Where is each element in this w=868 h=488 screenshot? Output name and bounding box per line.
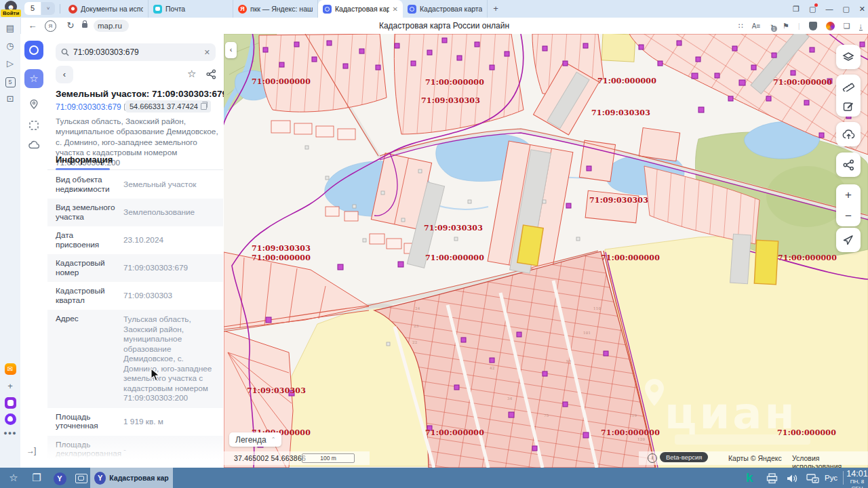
screenshot-icon[interactable]: ⊡ bbox=[0, 94, 20, 104]
coordinates-chip[interactable]: 54.666331 37.47424 bbox=[125, 100, 211, 113]
start-star-icon[interactable]: ☆ bbox=[5, 468, 22, 488]
collapse-panel-icon[interactable]: →] bbox=[26, 446, 35, 455]
yandex-browser-taskbar-icon[interactable]: Y bbox=[52, 468, 68, 488]
app-logo[interactable] bbox=[24, 41, 43, 60]
tab-yandex-search[interactable]: Я пкк — Яндекс: нашлось bbox=[233, 0, 318, 18]
task-favicon: Y bbox=[94, 472, 106, 485]
info-row-value: 1 919 кв. м bbox=[118, 417, 218, 427]
history-icon[interactable]: ◷ bbox=[0, 41, 20, 51]
favorite-star-icon[interactable]: ☆ bbox=[187, 68, 196, 80]
area-select-icon[interactable] bbox=[28, 120, 39, 131]
windows-icon[interactable]: ❐ bbox=[28, 468, 45, 488]
collapse-sidebar-icon[interactable]: ‹ bbox=[225, 42, 237, 58]
zoom-in-button[interactable]: + bbox=[845, 186, 852, 204]
extensions-icon[interactable]: ∷ bbox=[738, 22, 743, 30]
download-icon[interactable]: ↓ bbox=[859, 22, 863, 30]
parcel-number: 22 bbox=[412, 340, 417, 344]
quarter-label: 71:09:030303 bbox=[589, 196, 648, 205]
pin-tool-icon[interactable] bbox=[28, 99, 39, 110]
close-window-button[interactable]: ✕ bbox=[859, 5, 865, 14]
alice-app-icon[interactable] bbox=[0, 413, 20, 427]
notes-icon[interactable]: ▤ bbox=[0, 23, 20, 33]
layers-button[interactable] bbox=[836, 45, 861, 69]
back-button-panel[interactable]: ‹ bbox=[56, 66, 73, 83]
ruler-icon[interactable] bbox=[842, 79, 854, 92]
parcel-number: 34 bbox=[507, 396, 512, 401]
divider bbox=[60, 4, 60, 14]
quarter-label: 71:09:030303 bbox=[424, 224, 483, 232]
cloud-icon[interactable] bbox=[28, 140, 40, 150]
share-map-button[interactable] bbox=[836, 152, 861, 177]
collections-icon[interactable]: ❏ bbox=[844, 22, 850, 30]
search-input[interactable]: 71:09:030303:679 ✕ bbox=[56, 43, 216, 61]
display-tray-icon[interactable] bbox=[804, 468, 822, 488]
copy-icon[interactable] bbox=[201, 103, 207, 110]
play-icon[interactable]: ▷ bbox=[0, 58, 20, 68]
yandex-disk-icon[interactable] bbox=[0, 397, 20, 411]
info-row-label: Площадь уточненная bbox=[56, 413, 118, 431]
edit-icon[interactable] bbox=[842, 100, 854, 113]
active-task-button[interactable]: Y Кадастровая кар... bbox=[90, 468, 173, 488]
five-panel-icon[interactable]: 5 bbox=[0, 76, 20, 87]
map-copyright: Карты © Яндекс bbox=[728, 454, 782, 462]
tab-strip: Документы на исполнен Почта Я пкк — Янде… bbox=[64, 0, 504, 18]
tab-information[interactable]: Информация bbox=[56, 155, 113, 165]
panel-icon[interactable]: ❐ bbox=[793, 5, 800, 14]
yandex-mail-icon[interactable]: ✉ bbox=[0, 363, 20, 375]
search-icon bbox=[61, 48, 69, 56]
tab-counter[interactable]: 5 bbox=[24, 2, 41, 15]
yandex-favicon: Я bbox=[238, 5, 247, 14]
quarter-label: 71:00:000000 bbox=[252, 77, 311, 86]
language-indicator[interactable]: Рус bbox=[825, 468, 837, 488]
browser-toolbar: ← Я ↻ Кадастровая карта России онлайн ma… bbox=[20, 18, 868, 35]
add-service-icon[interactable]: + bbox=[0, 381, 20, 391]
tab-cadastral-map-active[interactable]: Кадастровая карта Ро ✕ bbox=[318, 0, 403, 18]
clear-search-icon[interactable]: ✕ bbox=[204, 48, 210, 57]
quarter-label: 71:09:030303 bbox=[247, 386, 306, 395]
info-icon[interactable]: i bbox=[648, 453, 657, 463]
cadastral-number-link[interactable]: 71:09:030303:679 bbox=[56, 102, 130, 112]
map-favicon bbox=[408, 5, 416, 14]
clock[interactable]: 14:01 ПН, 8 СЕН bbox=[846, 470, 868, 488]
favorites-button-active[interactable]: ☆ bbox=[24, 69, 43, 88]
login-badge[interactable]: Войти bbox=[1, 9, 21, 17]
quarter-label: 71:09:030303 bbox=[252, 244, 311, 253]
new-tab-button[interactable]: + bbox=[488, 0, 504, 18]
tabs-sync-icon[interactable]: ▢ bbox=[809, 5, 816, 14]
tab-documents[interactable]: Документы на исполнен bbox=[64, 0, 149, 18]
mail-tab-favicon bbox=[153, 5, 162, 14]
tab-cadastral-map-2[interactable]: Кадастровая карта Росс bbox=[403, 0, 488, 18]
share-icon[interactable] bbox=[206, 69, 216, 79]
translate-icon[interactable]: A≡ bbox=[752, 22, 761, 30]
screen: ☻ Войти 5 ˅ Документы на исполнен Почта … bbox=[0, 0, 868, 488]
bookmark-icon[interactable]: ⚑ bbox=[783, 22, 789, 30]
alice-icon[interactable] bbox=[826, 22, 835, 30]
minimize-button[interactable]: — bbox=[825, 5, 833, 13]
zoom-out-button[interactable]: − bbox=[845, 207, 852, 225]
terms-link[interactable]: Условия использования bbox=[792, 454, 868, 468]
tab-mail[interactable]: Почта bbox=[149, 0, 233, 18]
notifications-icon[interactable]: ◔1 bbox=[769, 22, 774, 30]
close-tab-icon[interactable]: ✕ bbox=[393, 5, 398, 13]
upload-button[interactable] bbox=[836, 122, 861, 146]
quarter-label: 71:00:000000 bbox=[777, 428, 836, 437]
adblock-shield-icon[interactable] bbox=[809, 22, 817, 30]
printer-tray-icon[interactable] bbox=[764, 468, 780, 488]
legend-button[interactable]: Легенда⌃ bbox=[229, 432, 281, 447]
browser-tabbar: ☻ Войти 5 ˅ Документы на исполнен Почта … bbox=[0, 0, 868, 18]
map-canvas[interactable]: циан 71:00:00000071:00:00000071:00:00000… bbox=[224, 34, 868, 468]
address-bar[interactable]: map.ru bbox=[94, 20, 129, 32]
more-icon[interactable]: ●●● bbox=[0, 430, 20, 436]
divider bbox=[843, 471, 844, 485]
quarter-label: 71:00:000000 bbox=[601, 253, 660, 262]
antivirus-tray-icon[interactable]: k bbox=[746, 468, 753, 488]
quarter-label: 71:00:000000 bbox=[601, 428, 660, 437]
volume-tray-icon[interactable] bbox=[784, 468, 800, 488]
parcel-number: 23 bbox=[414, 324, 418, 328]
map-graphics bbox=[224, 34, 868, 468]
file-manager-icon[interactable] bbox=[73, 468, 90, 488]
upload-cloud-icon bbox=[842, 129, 855, 140]
tab-counter-chevron-icon[interactable]: ˅ bbox=[41, 2, 55, 15]
maximize-button[interactable]: ▢ bbox=[842, 5, 849, 14]
locate-button[interactable] bbox=[836, 228, 861, 252]
